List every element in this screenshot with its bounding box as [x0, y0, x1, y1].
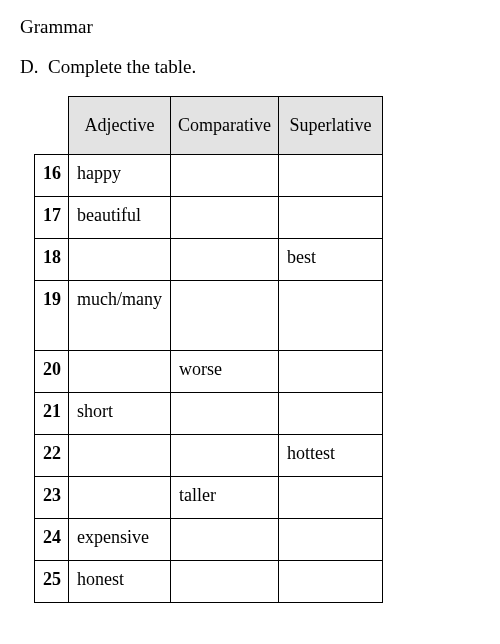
adjective-cell[interactable]: short: [69, 393, 171, 435]
adjective-cell[interactable]: [69, 351, 171, 393]
superlative-cell[interactable]: [278, 281, 382, 351]
table-row: 25 honest: [35, 561, 383, 603]
row-number: 17: [35, 197, 69, 239]
grammar-table: Adjective Comparative Superlative 16 hap…: [34, 96, 383, 603]
adjective-cell[interactable]: [69, 477, 171, 519]
row-number: 25: [35, 561, 69, 603]
adjective-cell[interactable]: happy: [69, 155, 171, 197]
table-row: 22 hottest: [35, 435, 383, 477]
row-number: 18: [35, 239, 69, 281]
section-title: Grammar: [20, 16, 480, 38]
comparative-cell[interactable]: [170, 197, 278, 239]
row-number: 22: [35, 435, 69, 477]
adjective-cell[interactable]: [69, 239, 171, 281]
adjective-cell[interactable]: much/many: [69, 281, 171, 351]
superlative-cell[interactable]: best: [278, 239, 382, 281]
table-row: 24 expensive: [35, 519, 383, 561]
adjective-cell[interactable]: honest: [69, 561, 171, 603]
row-number: 23: [35, 477, 69, 519]
row-number: 16: [35, 155, 69, 197]
comparative-cell[interactable]: worse: [170, 351, 278, 393]
table-row: 19 much/many: [35, 281, 383, 351]
superlative-cell[interactable]: [278, 477, 382, 519]
superlative-cell[interactable]: [278, 519, 382, 561]
table-row: 21 short: [35, 393, 383, 435]
instruction-text: D. Complete the table.: [20, 56, 480, 78]
row-number: 24: [35, 519, 69, 561]
row-number: 21: [35, 393, 69, 435]
adjective-cell[interactable]: expensive: [69, 519, 171, 561]
adjective-cell[interactable]: beautiful: [69, 197, 171, 239]
superlative-cell[interactable]: [278, 197, 382, 239]
comparative-cell[interactable]: [170, 281, 278, 351]
comparative-cell[interactable]: [170, 239, 278, 281]
table-row: 23 taller: [35, 477, 383, 519]
header-comparative: Comparative: [170, 97, 278, 155]
superlative-cell[interactable]: [278, 351, 382, 393]
comparative-cell[interactable]: [170, 561, 278, 603]
header-adjective: Adjective: [69, 97, 171, 155]
table-row: 16 happy: [35, 155, 383, 197]
adjective-cell[interactable]: [69, 435, 171, 477]
header-superlative: Superlative: [278, 97, 382, 155]
comparative-cell[interactable]: taller: [170, 477, 278, 519]
comparative-cell[interactable]: [170, 155, 278, 197]
table-row: 20 worse: [35, 351, 383, 393]
table-row: 17 beautiful: [35, 197, 383, 239]
superlative-cell[interactable]: hottest: [278, 435, 382, 477]
superlative-cell[interactable]: [278, 561, 382, 603]
header-row: Adjective Comparative Superlative: [35, 97, 383, 155]
superlative-cell[interactable]: [278, 155, 382, 197]
row-number: 19: [35, 281, 69, 351]
comparative-cell[interactable]: [170, 519, 278, 561]
table-row: 18 best: [35, 239, 383, 281]
row-number: 20: [35, 351, 69, 393]
comparative-cell[interactable]: [170, 435, 278, 477]
comparative-cell[interactable]: [170, 393, 278, 435]
corner-cell: [35, 97, 69, 155]
superlative-cell[interactable]: [278, 393, 382, 435]
